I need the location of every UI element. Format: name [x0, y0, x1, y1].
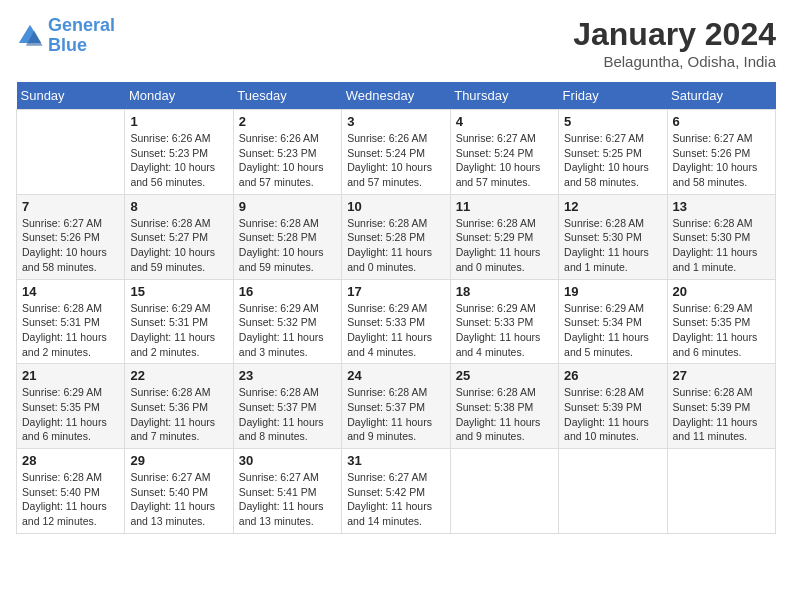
day-info: Sunrise: 6:28 AM Sunset: 5:39 PM Dayligh… [564, 385, 661, 444]
day-number: 7 [22, 199, 119, 214]
day-number: 18 [456, 284, 553, 299]
calendar-cell: 7Sunrise: 6:27 AM Sunset: 5:26 PM Daylig… [17, 194, 125, 279]
calendar-cell: 28Sunrise: 6:28 AM Sunset: 5:40 PM Dayli… [17, 449, 125, 534]
day-header: Wednesday [342, 82, 450, 110]
day-info: Sunrise: 6:29 AM Sunset: 5:35 PM Dayligh… [673, 301, 770, 360]
calendar-cell: 19Sunrise: 6:29 AM Sunset: 5:34 PM Dayli… [559, 279, 667, 364]
calendar-cell: 17Sunrise: 6:29 AM Sunset: 5:33 PM Dayli… [342, 279, 450, 364]
day-number: 11 [456, 199, 553, 214]
calendar-cell: 12Sunrise: 6:28 AM Sunset: 5:30 PM Dayli… [559, 194, 667, 279]
calendar-cell: 22Sunrise: 6:28 AM Sunset: 5:36 PM Dayli… [125, 364, 233, 449]
calendar-week-row: 7Sunrise: 6:27 AM Sunset: 5:26 PM Daylig… [17, 194, 776, 279]
day-number: 15 [130, 284, 227, 299]
day-info: Sunrise: 6:28 AM Sunset: 5:29 PM Dayligh… [456, 216, 553, 275]
day-info: Sunrise: 6:28 AM Sunset: 5:28 PM Dayligh… [347, 216, 444, 275]
day-number: 5 [564, 114, 661, 129]
day-number: 6 [673, 114, 770, 129]
day-info: Sunrise: 6:28 AM Sunset: 5:39 PM Dayligh… [673, 385, 770, 444]
calendar-week-row: 14Sunrise: 6:28 AM Sunset: 5:31 PM Dayli… [17, 279, 776, 364]
day-info: Sunrise: 6:29 AM Sunset: 5:31 PM Dayligh… [130, 301, 227, 360]
day-info: Sunrise: 6:28 AM Sunset: 5:30 PM Dayligh… [673, 216, 770, 275]
calendar-cell: 13Sunrise: 6:28 AM Sunset: 5:30 PM Dayli… [667, 194, 775, 279]
day-number: 3 [347, 114, 444, 129]
calendar-cell [559, 449, 667, 534]
calendar-cell: 8Sunrise: 6:28 AM Sunset: 5:27 PM Daylig… [125, 194, 233, 279]
day-info: Sunrise: 6:28 AM Sunset: 5:28 PM Dayligh… [239, 216, 336, 275]
day-info: Sunrise: 6:29 AM Sunset: 5:33 PM Dayligh… [456, 301, 553, 360]
day-info: Sunrise: 6:28 AM Sunset: 5:37 PM Dayligh… [347, 385, 444, 444]
calendar-cell: 21Sunrise: 6:29 AM Sunset: 5:35 PM Dayli… [17, 364, 125, 449]
logo-text: General Blue [48, 16, 115, 56]
calendar-cell: 4Sunrise: 6:27 AM Sunset: 5:24 PM Daylig… [450, 110, 558, 195]
day-info: Sunrise: 6:26 AM Sunset: 5:24 PM Dayligh… [347, 131, 444, 190]
day-number: 21 [22, 368, 119, 383]
calendar-body: 1Sunrise: 6:26 AM Sunset: 5:23 PM Daylig… [17, 110, 776, 534]
day-info: Sunrise: 6:29 AM Sunset: 5:33 PM Dayligh… [347, 301, 444, 360]
calendar-cell [17, 110, 125, 195]
calendar-cell: 5Sunrise: 6:27 AM Sunset: 5:25 PM Daylig… [559, 110, 667, 195]
day-number: 31 [347, 453, 444, 468]
day-number: 4 [456, 114, 553, 129]
day-info: Sunrise: 6:27 AM Sunset: 5:26 PM Dayligh… [22, 216, 119, 275]
day-number: 9 [239, 199, 336, 214]
day-info: Sunrise: 6:28 AM Sunset: 5:37 PM Dayligh… [239, 385, 336, 444]
day-info: Sunrise: 6:28 AM Sunset: 5:30 PM Dayligh… [564, 216, 661, 275]
day-header: Saturday [667, 82, 775, 110]
calendar-cell: 18Sunrise: 6:29 AM Sunset: 5:33 PM Dayli… [450, 279, 558, 364]
calendar-cell: 1Sunrise: 6:26 AM Sunset: 5:23 PM Daylig… [125, 110, 233, 195]
calendar-cell: 2Sunrise: 6:26 AM Sunset: 5:23 PM Daylig… [233, 110, 341, 195]
day-number: 26 [564, 368, 661, 383]
calendar-cell [450, 449, 558, 534]
day-info: Sunrise: 6:28 AM Sunset: 5:38 PM Dayligh… [456, 385, 553, 444]
calendar-cell: 9Sunrise: 6:28 AM Sunset: 5:28 PM Daylig… [233, 194, 341, 279]
day-number: 19 [564, 284, 661, 299]
day-info: Sunrise: 6:28 AM Sunset: 5:31 PM Dayligh… [22, 301, 119, 360]
day-number: 12 [564, 199, 661, 214]
location: Belaguntha, Odisha, India [573, 53, 776, 70]
calendar-cell: 3Sunrise: 6:26 AM Sunset: 5:24 PM Daylig… [342, 110, 450, 195]
day-number: 10 [347, 199, 444, 214]
day-info: Sunrise: 6:27 AM Sunset: 5:24 PM Dayligh… [456, 131, 553, 190]
calendar-table: SundayMondayTuesdayWednesdayThursdayFrid… [16, 82, 776, 534]
day-number: 22 [130, 368, 227, 383]
day-number: 24 [347, 368, 444, 383]
calendar-cell: 24Sunrise: 6:28 AM Sunset: 5:37 PM Dayli… [342, 364, 450, 449]
calendar-week-row: 1Sunrise: 6:26 AM Sunset: 5:23 PM Daylig… [17, 110, 776, 195]
calendar-week-row: 21Sunrise: 6:29 AM Sunset: 5:35 PM Dayli… [17, 364, 776, 449]
calendar-cell: 16Sunrise: 6:29 AM Sunset: 5:32 PM Dayli… [233, 279, 341, 364]
calendar-cell: 23Sunrise: 6:28 AM Sunset: 5:37 PM Dayli… [233, 364, 341, 449]
title-block: January 2024 Belaguntha, Odisha, India [573, 16, 776, 70]
day-info: Sunrise: 6:27 AM Sunset: 5:25 PM Dayligh… [564, 131, 661, 190]
day-number: 14 [22, 284, 119, 299]
day-info: Sunrise: 6:26 AM Sunset: 5:23 PM Dayligh… [130, 131, 227, 190]
month-title: January 2024 [573, 16, 776, 53]
calendar-cell [667, 449, 775, 534]
calendar-cell: 26Sunrise: 6:28 AM Sunset: 5:39 PM Dayli… [559, 364, 667, 449]
calendar-cell: 31Sunrise: 6:27 AM Sunset: 5:42 PM Dayli… [342, 449, 450, 534]
calendar-cell: 11Sunrise: 6:28 AM Sunset: 5:29 PM Dayli… [450, 194, 558, 279]
day-number: 8 [130, 199, 227, 214]
calendar-cell: 20Sunrise: 6:29 AM Sunset: 5:35 PM Dayli… [667, 279, 775, 364]
calendar-cell: 10Sunrise: 6:28 AM Sunset: 5:28 PM Dayli… [342, 194, 450, 279]
calendar-cell: 27Sunrise: 6:28 AM Sunset: 5:39 PM Dayli… [667, 364, 775, 449]
day-header: Friday [559, 82, 667, 110]
logo-icon [16, 22, 44, 50]
day-info: Sunrise: 6:29 AM Sunset: 5:34 PM Dayligh… [564, 301, 661, 360]
day-info: Sunrise: 6:27 AM Sunset: 5:26 PM Dayligh… [673, 131, 770, 190]
day-header: Tuesday [233, 82, 341, 110]
day-number: 30 [239, 453, 336, 468]
calendar-cell: 29Sunrise: 6:27 AM Sunset: 5:40 PM Dayli… [125, 449, 233, 534]
day-info: Sunrise: 6:28 AM Sunset: 5:27 PM Dayligh… [130, 216, 227, 275]
day-number: 2 [239, 114, 336, 129]
day-header: Thursday [450, 82, 558, 110]
calendar-cell: 25Sunrise: 6:28 AM Sunset: 5:38 PM Dayli… [450, 364, 558, 449]
day-number: 20 [673, 284, 770, 299]
day-number: 29 [130, 453, 227, 468]
logo: General Blue [16, 16, 115, 56]
calendar-header-row: SundayMondayTuesdayWednesdayThursdayFrid… [17, 82, 776, 110]
day-number: 13 [673, 199, 770, 214]
day-header: Monday [125, 82, 233, 110]
day-info: Sunrise: 6:27 AM Sunset: 5:42 PM Dayligh… [347, 470, 444, 529]
calendar-cell: 14Sunrise: 6:28 AM Sunset: 5:31 PM Dayli… [17, 279, 125, 364]
day-info: Sunrise: 6:28 AM Sunset: 5:36 PM Dayligh… [130, 385, 227, 444]
